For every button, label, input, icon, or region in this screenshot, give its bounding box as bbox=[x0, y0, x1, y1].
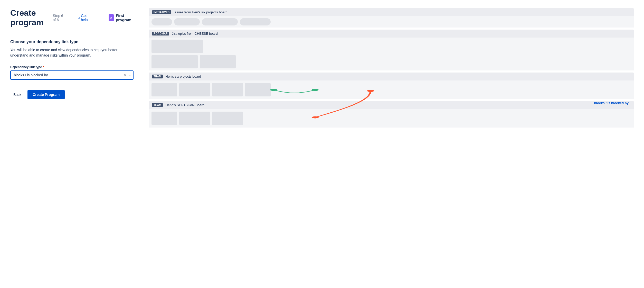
card-placeholder bbox=[151, 40, 203, 53]
dependency-select-container: ✕ ⌄ bbox=[10, 70, 134, 80]
roadmap-cards bbox=[149, 38, 634, 70]
section-title: Choose your dependency link type bbox=[10, 40, 134, 44]
initiatives-title: Issues from Hen's six projects board bbox=[174, 10, 228, 14]
board-initiatives-header: INITIATIVES Issues from Hen's six projec… bbox=[149, 8, 634, 16]
card-placeholder bbox=[245, 83, 271, 96]
team2-cards bbox=[149, 109, 634, 128]
card-placeholder bbox=[212, 112, 243, 125]
team2-badge: TEAM bbox=[152, 103, 163, 107]
roadmap-badge: ROADMAP bbox=[152, 32, 169, 35]
field-label: Dependency link type * bbox=[10, 65, 134, 69]
dependency-link-type-input[interactable] bbox=[10, 70, 134, 80]
team1-cards bbox=[149, 80, 634, 99]
page-header: Create program Step 6 of 6 Get help e Fi… bbox=[10, 8, 134, 27]
required-marker: * bbox=[43, 65, 44, 69]
team-boards-wrapper: TEAM Hen's six projects board TEAM Henri bbox=[149, 73, 634, 130]
chevron-down-icon[interactable]: ⌄ bbox=[128, 73, 131, 77]
initiatives-cards bbox=[149, 16, 634, 28]
card-placeholder bbox=[151, 112, 177, 125]
board-roadmap-header: ROADMAP Jira epics from CHEESE board bbox=[149, 30, 634, 38]
program-name-label: First program bbox=[116, 13, 134, 22]
get-help-text: Get help bbox=[81, 14, 89, 22]
board-team2-header: TEAM Henri's SCP+SKAN Board blocks / is … bbox=[149, 101, 634, 109]
right-panel: INITIATIVES Issues from Hen's six projec… bbox=[144, 8, 634, 280]
boards-container: INITIATIVES Issues from Hen's six projec… bbox=[149, 8, 634, 130]
step-label: Step 6 of 6 bbox=[53, 14, 63, 22]
team1-title: Hen's six projects board bbox=[165, 75, 201, 78]
program-avatar: e bbox=[109, 14, 114, 21]
left-panel: Create program Step 6 of 6 Get help e Fi… bbox=[10, 8, 144, 280]
card-placeholder bbox=[174, 18, 200, 25]
roadmap-title: Jira epics from CHEESE board bbox=[172, 32, 217, 35]
section-description: You will be able to create and view depe… bbox=[10, 47, 134, 58]
board-team1: TEAM Hen's six projects board bbox=[149, 73, 634, 99]
program-badge: e First program bbox=[109, 13, 134, 22]
team1-badge: TEAM bbox=[152, 75, 163, 78]
card-placeholder bbox=[151, 18, 172, 25]
external-link-icon bbox=[78, 16, 80, 20]
action-buttons: Back Create Program bbox=[10, 90, 134, 99]
dependency-label-text: blocks / is blocked by bbox=[594, 101, 629, 105]
initiatives-badge: INITIATIVES bbox=[152, 10, 171, 14]
card-placeholder bbox=[151, 83, 177, 96]
board-team2: TEAM Henri's SCP+SKAN Board blocks / is … bbox=[149, 101, 634, 128]
card-placeholder bbox=[179, 83, 210, 96]
roadmap-row1 bbox=[151, 40, 631, 53]
card-placeholder bbox=[212, 83, 243, 96]
board-initiatives: INITIATIVES Issues from Hen's six projec… bbox=[149, 8, 634, 28]
card-placeholder bbox=[240, 18, 271, 25]
clear-icon[interactable]: ✕ bbox=[124, 73, 127, 77]
board-roadmap: ROADMAP Jira epics from CHEESE board bbox=[149, 30, 634, 70]
roadmap-row2 bbox=[151, 55, 631, 68]
page-title: Create program bbox=[10, 8, 48, 27]
team2-title: Henri's SCP+SKAN Board bbox=[165, 103, 204, 107]
card-placeholder bbox=[179, 112, 210, 125]
card-placeholder bbox=[151, 55, 198, 68]
board-team1-header: TEAM Hen's six projects board bbox=[149, 73, 634, 80]
card-placeholder bbox=[200, 55, 236, 68]
get-help-link[interactable]: Get help bbox=[78, 14, 89, 22]
create-program-button[interactable]: Create Program bbox=[27, 90, 65, 99]
card-placeholder bbox=[202, 18, 238, 25]
back-button[interactable]: Back bbox=[10, 91, 24, 99]
